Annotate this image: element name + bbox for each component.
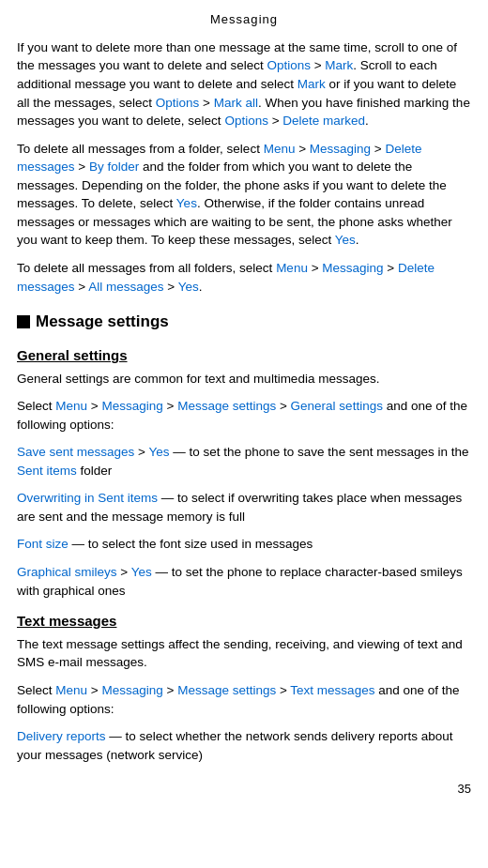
s2-p2-gt2: > [163, 683, 177, 697]
p3-menu-link: Menu [276, 261, 308, 275]
s1-item3-text: — to select the font size used in messag… [69, 537, 313, 551]
s1-p2-messaging-link: Messaging [101, 399, 162, 413]
s2-p2-messaging-link: Messaging [101, 683, 162, 697]
p3-allmessages-link: All messages [88, 280, 163, 294]
page-number: 35 [17, 781, 471, 799]
p1-mark2-link: Mark [297, 77, 326, 91]
page-header: Messaging [17, 11, 471, 29]
p2-byfolder-link: By folder [89, 160, 139, 174]
s1-item4-gt: > [117, 565, 131, 579]
s2-item-1: Delivery reports — to select whether the… [17, 727, 471, 764]
section-heading-text: Message settings [36, 311, 169, 334]
s1-item1-gt: > [134, 445, 148, 459]
p1-gt1: > [311, 58, 325, 72]
p2-gt1: > [295, 142, 309, 156]
s1-item4-yes-link: Yes [131, 565, 152, 579]
s1-item3-link: Font size [17, 537, 69, 551]
p2-yes-link: Yes [176, 196, 197, 210]
p2-gt3: > [75, 160, 89, 174]
s2-p1-text: The text message settings affect the sen… [17, 637, 463, 670]
p3-gt2: > [384, 261, 398, 275]
s2-p2-gt3: > [276, 683, 290, 697]
paragraph-2: To delete all messages from a folder, se… [17, 140, 471, 250]
p1-options3-link: Options [224, 114, 268, 128]
s1-item-2: Overwriting in Sent items — to select if… [17, 489, 471, 525]
s2-p2-pre: Select [17, 683, 55, 697]
s1-item1-text: — to set the phone to save the sent mess… [170, 445, 469, 459]
page-number-text: 35 [458, 782, 471, 796]
s1-item4-link: Graphical smileys [17, 565, 117, 579]
s2-paragraph-2: Select Menu > Messaging > Message settin… [17, 681, 471, 718]
s1-item1-yes-link: Yes [148, 445, 169, 459]
s2-item1-link: Delivery reports [17, 729, 106, 743]
s1-p1-text: General settings are common for text and… [17, 372, 379, 386]
s1-p2-generalsettings-link: General settings [291, 399, 383, 413]
s1-p2-msgsettings-link: Message settings [177, 399, 276, 413]
p1-options2-link: Options [156, 96, 200, 110]
s1-item1-link: Save sent messages [17, 445, 134, 459]
p2-messaging-link: Messaging [310, 142, 371, 156]
p2-gt2: > [371, 142, 385, 156]
header-title: Messaging [210, 12, 278, 26]
p1-end: . [365, 114, 369, 128]
bullet-icon [17, 315, 30, 328]
paragraph-1: If you want to delete more than one mess… [17, 38, 471, 130]
s2-p2-gt1: > [87, 683, 101, 697]
s1-item-4: Graphical smileys > Yes — to set the pho… [17, 563, 471, 600]
p3-yes-link: Yes [178, 280, 199, 294]
s1-item-1: Save sent messages > Yes — to set the ph… [17, 443, 471, 480]
p3-text: To delete all messages from all folders,… [17, 261, 276, 275]
p1-deletemarked-link: Delete marked [282, 114, 365, 128]
message-settings-heading: Message settings [17, 311, 471, 334]
s1-item1-folder: folder [77, 464, 113, 478]
paragraph-3: To delete all messages from all folders,… [17, 259, 471, 296]
s2-p2-menu-link: Menu [55, 683, 87, 697]
p1-gt3: > [268, 114, 282, 128]
p2-menu-link: Menu [264, 142, 296, 156]
s1-p2-gt1: > [87, 399, 101, 413]
s1-paragraph-1: General settings are common for text and… [17, 370, 471, 388]
p2-yes2-link: Yes [335, 233, 356, 247]
p1-mark-link: Mark [325, 58, 353, 72]
p3-gt4: > [163, 280, 177, 294]
s1-item-3: Font size — to select the font size used… [17, 535, 471, 554]
s1-p2-pre: Select [17, 399, 55, 413]
p3-gt1: > [308, 261, 322, 275]
s1-paragraph-2: Select Menu > Messaging > Message settin… [17, 397, 471, 434]
p3-end: . [199, 280, 203, 294]
s1-p2-menu-link: Menu [55, 399, 87, 413]
p1-gt2: > [199, 96, 213, 110]
general-settings-heading: General settings [17, 345, 471, 366]
text-messages-heading: Text messages [17, 611, 471, 632]
s1-p2-gt2: > [163, 399, 177, 413]
p3-messaging-link: Messaging [322, 261, 383, 275]
p1-options1-link: Options [267, 58, 311, 72]
s2-p2-textmessages-link: Text messages [290, 683, 374, 697]
s2-p2-msgsettings-link: Message settings [177, 683, 276, 697]
p1-markall-link: Mark all [214, 96, 258, 110]
s2-paragraph-1: The text message settings affect the sen… [17, 635, 471, 672]
subsection1-heading-text: General settings [17, 347, 128, 363]
p2-text: To delete all messages from a folder, se… [17, 142, 264, 156]
s1-item2-link: Overwriting in Sent items [17, 491, 158, 505]
s1-p2-gt3: > [276, 399, 290, 413]
p2-end: . [356, 233, 359, 247]
s1-item1-sentitems-link: Sent items [17, 464, 77, 478]
p3-gt3: > [75, 280, 89, 294]
subsection2-heading-text: Text messages [17, 613, 116, 629]
